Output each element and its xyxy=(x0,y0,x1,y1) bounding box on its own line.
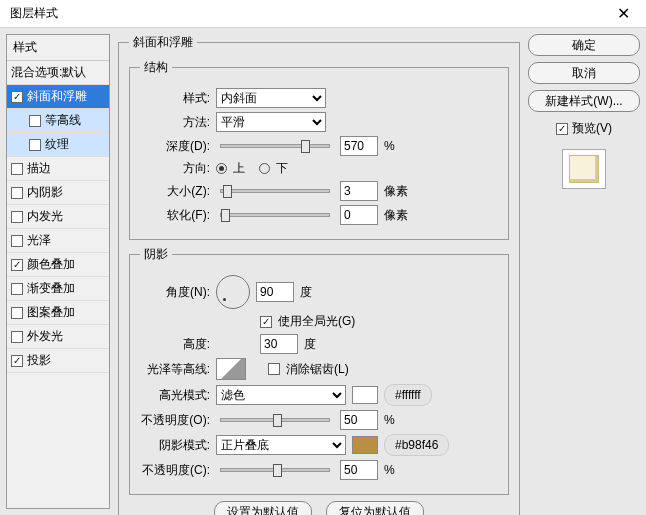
sidebar-item-0[interactable]: ✓斜面和浮雕 xyxy=(7,85,109,109)
sidebar-item-3[interactable]: 描边 xyxy=(7,157,109,181)
sidebar-item-8[interactable]: 渐变叠加 xyxy=(7,277,109,301)
window-title: 图层样式 xyxy=(10,5,611,22)
sidebar-item-2[interactable]: 纹理 xyxy=(7,133,109,157)
sidebar-checkbox[interactable] xyxy=(11,307,23,319)
sidebar-checkbox[interactable] xyxy=(11,235,23,247)
sidebar-item-9[interactable]: 图案叠加 xyxy=(7,301,109,325)
depth-input[interactable] xyxy=(340,136,378,156)
sidebar-checkbox[interactable]: ✓ xyxy=(11,259,23,271)
sidebar-item-7[interactable]: ✓颜色叠加 xyxy=(7,253,109,277)
style-select[interactable]: 内斜面 xyxy=(216,88,326,108)
reset-default-button[interactable]: 复位为默认值 xyxy=(326,501,424,515)
direction-up-radio[interactable] xyxy=(216,163,227,174)
size-input[interactable] xyxy=(340,181,378,201)
direction-down-radio[interactable] xyxy=(259,163,270,174)
sidebar-item-label: 内阴影 xyxy=(27,184,63,201)
sidebar-item-label: 纹理 xyxy=(45,136,69,153)
gloss-label: 光泽等高线: xyxy=(140,361,210,378)
angle-input[interactable] xyxy=(256,282,294,302)
depth-unit: % xyxy=(384,139,395,153)
structure-legend: 结构 xyxy=(140,59,172,76)
sidebar-item-label: 等高线 xyxy=(45,112,81,129)
style-label: 样式: xyxy=(140,90,210,107)
sidebar-item-4[interactable]: 内阴影 xyxy=(7,181,109,205)
antialias-checkbox[interactable] xyxy=(268,363,280,375)
sidebar-item-10[interactable]: 外发光 xyxy=(7,325,109,349)
sidebar-checkbox[interactable] xyxy=(11,331,23,343)
depth-label: 深度(D): xyxy=(140,138,210,155)
sidebar-item-6[interactable]: 光泽 xyxy=(7,229,109,253)
sidebar-item-label: 描边 xyxy=(27,160,51,177)
cancel-button[interactable]: 取消 xyxy=(528,62,640,84)
soften-input[interactable] xyxy=(340,205,378,225)
sh-opacity-label: 不透明度(C): xyxy=(140,462,210,479)
sh-opacity-input[interactable] xyxy=(340,460,378,480)
preview-swatch xyxy=(562,149,606,189)
bevel-group: 斜面和浮雕 结构 样式:内斜面 方法:平滑 深度(D):% 方向:上下 大小(Z… xyxy=(118,34,520,515)
size-label: 大小(Z): xyxy=(140,183,210,200)
preview-checkbox[interactable]: ✓ xyxy=(556,123,568,135)
antialias-label: 消除锯齿(L) xyxy=(286,361,349,378)
sidebar-checkbox[interactable] xyxy=(11,283,23,295)
method-label: 方法: xyxy=(140,114,210,131)
sidebar-checkbox[interactable] xyxy=(29,115,41,127)
sidebar-checkbox[interactable] xyxy=(11,211,23,223)
hl-mode-label: 高光模式: xyxy=(140,387,210,404)
altitude-label: 高度: xyxy=(140,336,210,353)
hl-mode-select[interactable]: 滤色 xyxy=(216,385,346,405)
sidebar-blend-options[interactable]: 混合选项:默认 xyxy=(7,61,109,85)
altitude-input[interactable] xyxy=(260,334,298,354)
shading-legend: 阴影 xyxy=(140,246,172,263)
hl-opacity-slider[interactable] xyxy=(220,418,330,422)
soften-label: 软化(F): xyxy=(140,207,210,224)
structure-group: 结构 样式:内斜面 方法:平滑 深度(D):% 方向:上下 大小(Z):像素 软… xyxy=(129,59,509,240)
sidebar-checkbox[interactable]: ✓ xyxy=(11,91,23,103)
sidebar-item-label: 光泽 xyxy=(27,232,51,249)
sidebar-item-label: 颜色叠加 xyxy=(27,256,75,273)
altitude-unit: 度 xyxy=(304,336,316,353)
sidebar-item-label: 斜面和浮雕 xyxy=(27,88,87,105)
sidebar-checkbox[interactable] xyxy=(11,187,23,199)
styles-sidebar: 样式 混合选项:默认 ✓斜面和浮雕等高线纹理描边内阴影内发光光泽✓颜色叠加渐变叠… xyxy=(6,34,110,509)
size-slider[interactable] xyxy=(220,189,330,193)
global-light-label: 使用全局光(G) xyxy=(278,313,355,330)
hl-color-swatch[interactable] xyxy=(352,386,378,404)
gloss-contour[interactable] xyxy=(216,358,246,380)
size-unit: 像素 xyxy=(384,183,408,200)
angle-dial[interactable] xyxy=(216,275,250,309)
hl-opacity-input[interactable] xyxy=(340,410,378,430)
method-select[interactable]: 平滑 xyxy=(216,112,326,132)
sidebar-item-5[interactable]: 内发光 xyxy=(7,205,109,229)
sidebar-item-label: 渐变叠加 xyxy=(27,280,75,297)
sh-color-swatch[interactable] xyxy=(352,436,378,454)
hl-opacity-unit: % xyxy=(384,413,395,427)
direction-up-label: 上 xyxy=(233,160,245,177)
sidebar-item-11[interactable]: ✓投影 xyxy=(7,349,109,373)
angle-unit: 度 xyxy=(300,284,312,301)
sidebar-item-label: 投影 xyxy=(27,352,51,369)
sidebar-header: 样式 xyxy=(7,35,109,61)
sh-opacity-slider[interactable] xyxy=(220,468,330,472)
sidebar-item-1[interactable]: 等高线 xyxy=(7,109,109,133)
close-icon[interactable]: ✕ xyxy=(611,4,636,23)
hl-opacity-label: 不透明度(O): xyxy=(140,412,210,429)
ok-button[interactable]: 确定 xyxy=(528,34,640,56)
sh-mode-select[interactable]: 正片叠底 xyxy=(216,435,346,455)
soften-unit: 像素 xyxy=(384,207,408,224)
sh-hex: #b98f46 xyxy=(384,434,449,456)
sidebar-checkbox[interactable] xyxy=(11,163,23,175)
new-style-button[interactable]: 新建样式(W)... xyxy=(528,90,640,112)
sidebar-item-label: 外发光 xyxy=(27,328,63,345)
soften-slider[interactable] xyxy=(220,213,330,217)
hl-hex: #ffffff xyxy=(384,384,432,406)
sidebar-item-label: 图案叠加 xyxy=(27,304,75,321)
direction-down-label: 下 xyxy=(276,160,288,177)
sh-opacity-unit: % xyxy=(384,463,395,477)
shading-group: 阴影 角度(N): 度 ✓使用全局光(G) 高度:度 光泽等高线:消除锯齿(L)… xyxy=(129,246,509,495)
direction-label: 方向: xyxy=(140,160,210,177)
depth-slider[interactable] xyxy=(220,144,330,148)
global-light-checkbox[interactable]: ✓ xyxy=(260,316,272,328)
set-default-button[interactable]: 设置为默认值 xyxy=(214,501,312,515)
sidebar-checkbox[interactable]: ✓ xyxy=(11,355,23,367)
sidebar-checkbox[interactable] xyxy=(29,139,41,151)
